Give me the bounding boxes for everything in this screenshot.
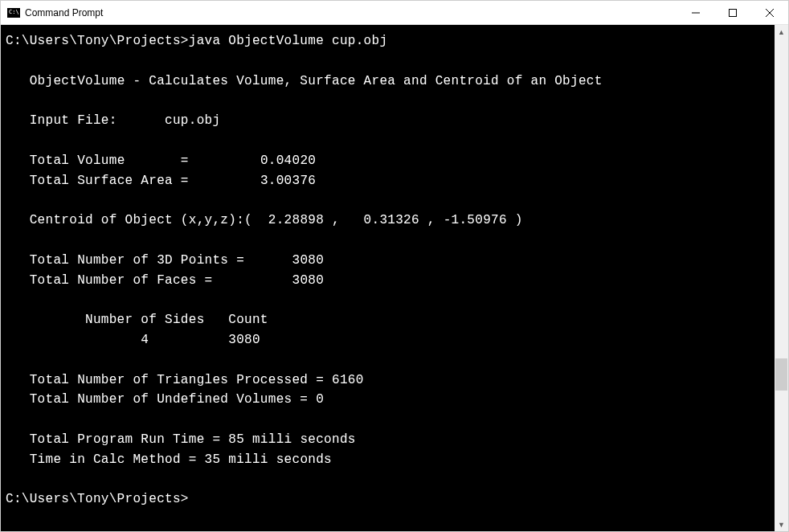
scroll-down-arrow-icon[interactable]: ▼	[775, 518, 788, 531]
triangles-line: Total Number of Triangles Processed = 61…	[30, 373, 364, 387]
faces-line: Total Number of Faces = 3080	[30, 273, 324, 288]
console-area: C:\Users\Tony\Projects>java ObjectVolume…	[1, 25, 788, 531]
minimize-button[interactable]	[677, 1, 714, 24]
window-title: Command Prompt	[25, 7, 677, 18]
sides-header: Number of Sides Count	[85, 313, 268, 327]
command-prompt-window: C:\ Command Prompt C:\Users\Tony\Project…	[0, 0, 789, 532]
prompt-line-2: C:\Users\Tony\Projects>	[6, 492, 189, 506]
sides-row: 4 3080	[141, 333, 260, 347]
prompt-line: C:\Users\Tony\Projects>java ObjectVolume…	[6, 34, 387, 48]
cmd-icon: C:\	[7, 6, 20, 19]
app-description: ObjectVolume - Calculates Volume, Surfac…	[30, 74, 603, 88]
svg-rect-1	[730, 9, 737, 16]
scroll-up-arrow-icon[interactable]: ▲	[775, 25, 788, 39]
titlebar[interactable]: C:\ Command Prompt	[1, 1, 788, 25]
calctime-line: Time in Calc Method = 35 milli seconds	[30, 452, 332, 467]
centroid-line: Centroid of Object (x,y,z):( 2.28898 , 0…	[30, 213, 523, 227]
window-controls	[677, 1, 788, 24]
undefined-volumes-line: Total Number of Undefined Volumes = 0	[30, 392, 324, 407]
vertical-scrollbar[interactable]: ▲ ▼	[775, 25, 788, 531]
total-volume-line: Total Volume = 0.04020	[30, 153, 316, 168]
input-file-line: Input File: cup.obj	[30, 113, 221, 128]
close-button[interactable]	[751, 1, 788, 24]
total-surface-line: Total Surface Area = 3.00376	[30, 174, 316, 188]
scroll-thumb[interactable]	[775, 358, 787, 391]
runtime-line: Total Program Run Time = 85 milli second…	[30, 432, 356, 447]
points-line: Total Number of 3D Points = 3080	[30, 253, 324, 268]
maximize-button[interactable]	[714, 1, 751, 24]
console-output[interactable]: C:\Users\Tony\Projects>java ObjectVolume…	[1, 25, 775, 531]
